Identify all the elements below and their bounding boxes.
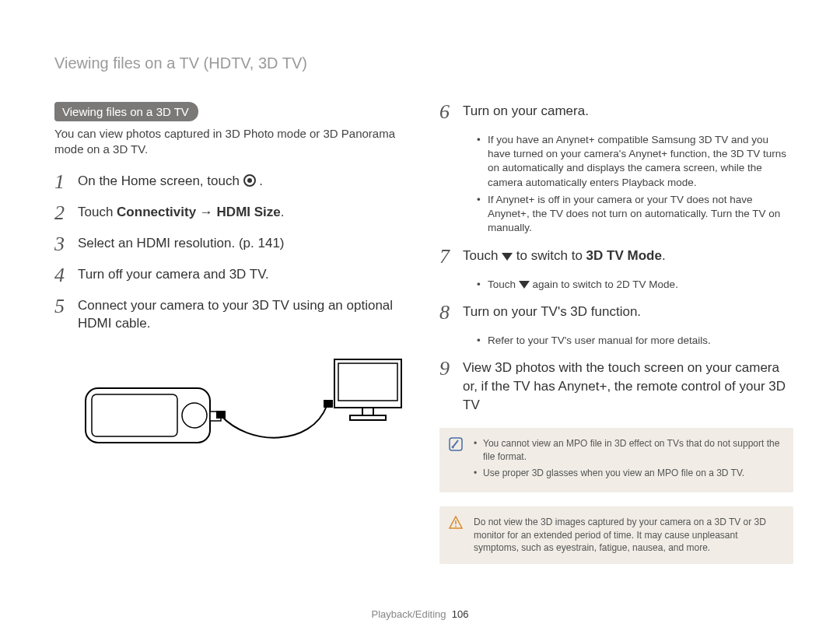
svg-rect-1 xyxy=(92,394,177,436)
step-number: 9 xyxy=(439,359,453,379)
down-triangle-icon xyxy=(519,281,530,289)
svg-rect-8 xyxy=(362,408,373,415)
footer-section: Playback/Editing xyxy=(371,608,446,620)
t: Touch xyxy=(78,205,117,219)
content-columns: Viewing files on a 3D TV You can view ph… xyxy=(54,102,793,564)
b: Connectivity xyxy=(117,205,196,219)
b: HDMI Size xyxy=(217,205,281,219)
note-item: You cannot view an MPO file in 3D effect… xyxy=(474,437,782,464)
step-number: 4 xyxy=(54,265,68,285)
step-text: Select an HDMI resolution. (p. 141) xyxy=(78,234,285,253)
warning-text: Do not view the 3D images captured by yo… xyxy=(474,516,782,555)
step-4: 4 Turn off your camera and 3D TV. xyxy=(54,265,408,285)
bullet: If you have an Anynet+ compatible Samsun… xyxy=(477,133,793,190)
step-text: Turn on your camera. xyxy=(463,102,589,121)
step-text: Connect your camera to your 3D TV using … xyxy=(78,296,408,334)
svg-rect-7 xyxy=(338,363,397,401)
step-number: 3 xyxy=(54,234,68,254)
hdmi-connection-illustration xyxy=(78,345,408,457)
page-footer: Playback/Editing 106 xyxy=(0,608,840,620)
footer-page-number: 106 xyxy=(452,608,469,620)
step-number: 8 xyxy=(439,303,453,323)
note-item: Use proper 3D glasses when you view an M… xyxy=(474,467,782,480)
t: again to switch to xyxy=(530,278,617,290)
step-text: Touch Connectivity → HDMI Size. xyxy=(78,203,285,222)
t: . xyxy=(281,205,285,219)
t: to switch to xyxy=(513,248,586,263)
step-7: 7 Touch to switch to 3D TV Mode. xyxy=(439,247,793,267)
intro-text: You can view photos captured in 3D Photo… xyxy=(54,126,408,158)
t: . xyxy=(675,278,678,290)
step-6-bullets: If you have an Anynet+ compatible Samsun… xyxy=(477,133,793,236)
manual-page: Viewing files on a TV (HDTV, 3D TV) View… xyxy=(0,0,840,634)
svg-rect-5 xyxy=(324,400,333,408)
bullet: If Anynet+ is off in your camera or your… xyxy=(477,193,793,236)
step-text-post: . xyxy=(256,173,263,188)
home-icon xyxy=(243,174,256,187)
note-icon xyxy=(449,437,463,451)
step-6: 6 Turn on your camera. xyxy=(439,102,793,122)
step-9: 9 View 3D photos with the touch screen o… xyxy=(439,359,793,414)
down-triangle-icon xyxy=(502,253,513,261)
svg-rect-4 xyxy=(216,411,226,419)
step-text: View 3D photos with the touch screen on … xyxy=(463,359,793,414)
svg-point-12 xyxy=(455,525,457,527)
step-3: 3 Select an HDMI resolution. (p. 141) xyxy=(54,234,408,254)
svg-point-2 xyxy=(182,403,207,428)
step-text: Turn on your TV's 3D function. xyxy=(463,303,641,321)
right-column: 6 Turn on your camera. If you have an An… xyxy=(439,102,793,564)
warning-icon xyxy=(449,516,463,530)
bullet: Touch again to switch to 2D TV Mode. xyxy=(477,278,793,292)
t: Touch xyxy=(463,248,502,263)
svg-rect-9 xyxy=(350,415,386,420)
step-1: 1 On the Home screen, touch . xyxy=(54,172,408,192)
step-7-sub: Touch again to switch to 2D TV Mode. xyxy=(477,278,793,292)
step-number: 7 xyxy=(439,247,453,267)
t: Touch xyxy=(488,278,519,290)
section-heading-pill: Viewing files on a 3D TV xyxy=(54,102,198,121)
note-box: You cannot view an MPO file in 3D effect… xyxy=(439,428,793,492)
step-text-pre: On the Home screen, touch xyxy=(78,173,243,188)
step-number: 5 xyxy=(54,296,68,317)
t: . xyxy=(662,248,666,263)
left-column: Viewing files on a 3D TV You can view ph… xyxy=(54,102,408,564)
step-8: 8 Turn on your TV's 3D function. xyxy=(439,303,793,323)
page-title: Viewing files on a TV (HDTV, 3D TV) xyxy=(54,54,793,72)
step-number: 2 xyxy=(54,203,68,223)
step-8-bullets: Refer to your TV's user manual for more … xyxy=(477,334,793,348)
step-text: On the Home screen, touch . xyxy=(78,172,263,191)
warning-box: Do not view the 3D images captured by yo… xyxy=(439,506,793,564)
step-number: 6 xyxy=(439,102,453,122)
bullet: Refer to your TV's user manual for more … xyxy=(477,334,793,348)
b: 2D TV Mode xyxy=(617,278,676,290)
step-text: Turn off your camera and 3D TV. xyxy=(78,265,269,284)
step-5: 5 Connect your camera to your 3D TV usin… xyxy=(54,296,408,334)
step-text: Touch to switch to 3D TV Mode. xyxy=(463,247,666,265)
b: 3D TV Mode xyxy=(586,248,662,263)
step-number: 1 xyxy=(54,172,68,192)
step-2: 2 Touch Connectivity → HDMI Size. xyxy=(54,203,408,223)
arrow-icon: → xyxy=(196,205,216,219)
